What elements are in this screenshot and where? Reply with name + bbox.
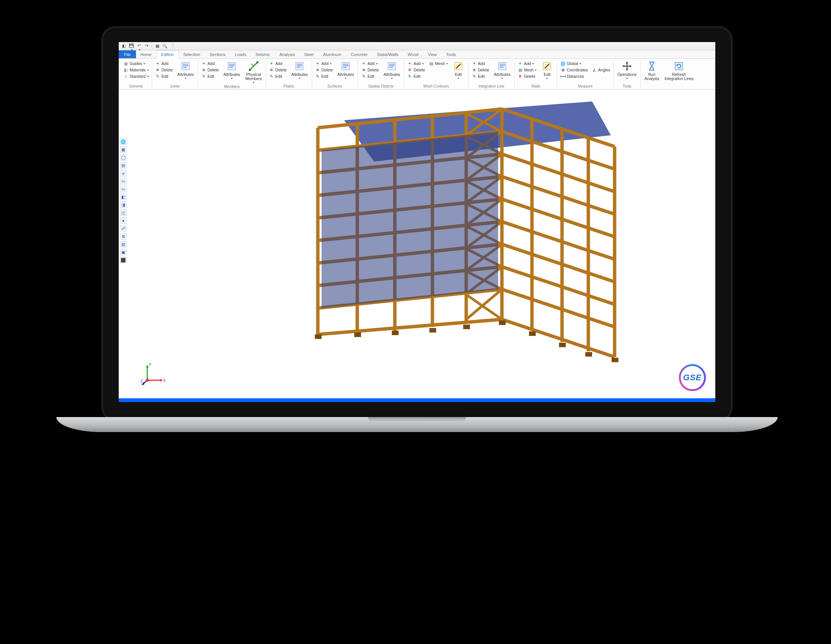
ribbon-edit-button[interactable]: ✎Edit xyxy=(470,73,490,79)
run-icon xyxy=(646,61,657,72)
svg-rect-7 xyxy=(229,67,233,68)
ribbon-mesh-button[interactable]: ▤Mesh xyxy=(516,67,538,73)
vtool-page-icon[interactable]: ▥ xyxy=(120,241,127,248)
ribbon-add-button[interactable]: ＋Add xyxy=(516,61,538,67)
tab-sections[interactable]: Sections xyxy=(205,50,230,58)
vertical-toolbar: 🌐▦◯▤⌀▭▭◧◨◫●☍≣▥▣⬛ xyxy=(119,138,127,263)
ribbon-button-label: Delete xyxy=(207,68,219,72)
ribbon-group-label: Surfaces xyxy=(314,84,357,89)
ribbon-delete-button[interactable]: ✕Delete xyxy=(267,67,288,73)
ribbon-add-button[interactable]: ＋Add xyxy=(360,61,380,67)
ribbon-attributes-button[interactable]: Attributes xyxy=(175,60,196,80)
ribbon-button-label: Refresh Integration Lines xyxy=(665,73,694,81)
axis-x-label: X xyxy=(163,378,165,383)
vtool-layers-icon[interactable]: ▤ xyxy=(120,162,127,169)
tab-seismic[interactable]: Seismic xyxy=(251,50,275,58)
ribbon-add-button[interactable]: ＋Add xyxy=(314,61,334,67)
vtool-ball-icon[interactable]: ● xyxy=(120,217,127,224)
vtool-link-icon[interactable]: ☍ xyxy=(120,225,127,232)
ribbon-edit-button[interactable]: ✎Edit xyxy=(154,73,174,79)
vtool-sel-icon[interactable]: ▣ xyxy=(120,249,127,255)
svg-rect-2 xyxy=(183,65,188,66)
tab-aluminum[interactable]: Aluminum xyxy=(318,50,346,58)
qat-undo-icon[interactable]: ↶ xyxy=(136,43,142,49)
ribbon-standard-button[interactable]: ≡Standard xyxy=(122,73,150,79)
tab-concrete[interactable]: Concrete xyxy=(346,50,373,58)
ribbon-add-button[interactable]: ＋Add xyxy=(154,61,174,67)
tab-file[interactable]: File xyxy=(119,50,136,58)
vtool-dim-icon[interactable]: ⌀ xyxy=(120,170,127,177)
vtool-mat2-icon[interactable]: ◨ xyxy=(120,201,127,208)
tab-analysis[interactable]: Analysis xyxy=(275,50,300,58)
vtool-circle-icon[interactable]: ◯ xyxy=(120,154,127,161)
ribbon-distances-button[interactable]: ⟷Distances xyxy=(559,73,589,79)
laptop-frame: ◧ 💾 ↶ ↷ ▦ 🔍 ❔ File HomeEditionSelectionS… xyxy=(102,26,732,421)
ribbon-edit-button[interactable]: Edit xyxy=(539,60,555,80)
ribbon-mesh-button[interactable]: ▤Mesh xyxy=(427,61,449,67)
ribbon-button-label: Add xyxy=(414,61,421,66)
tab-loads[interactable]: Loads xyxy=(230,50,251,58)
vtool-box-icon[interactable]: ▭ xyxy=(120,186,127,192)
ribbon-operations-button[interactable]: Operations xyxy=(615,60,638,80)
ribbon-edit-button[interactable]: Edit xyxy=(450,60,466,80)
ribbon-attributes-button[interactable]: Attributes xyxy=(335,60,356,80)
vtool-stop-icon[interactable]: ⬛ xyxy=(120,257,127,263)
ribbon-add-button[interactable]: ＋Add xyxy=(267,61,288,67)
tab-home[interactable]: Home xyxy=(136,50,156,58)
ribbon-delete-button[interactable]: ✕Delete xyxy=(406,67,427,73)
ribbon-coordinates-button[interactable]: ⊕Coordinates xyxy=(559,67,589,73)
ribbon-edit-button[interactable]: ✎Edit xyxy=(314,73,334,79)
ribbon-refresh-integration-lines-button[interactable]: Refresh Integration Lines xyxy=(662,60,696,81)
ribbon-add-button[interactable]: ＋Add xyxy=(199,61,220,67)
qat-help-icon[interactable]: ❔ xyxy=(169,43,175,49)
vtool-layers2-icon[interactable]: ≣ xyxy=(120,233,127,240)
vtool-mat-icon[interactable]: ◧ xyxy=(120,193,127,200)
ribbon-group-spatial-objects: ＋Add✕Delete✎EditAttributesSpatial Object… xyxy=(358,60,404,89)
vtool-cube-icon[interactable]: ◫ xyxy=(120,209,127,216)
tab-tools[interactable]: Tools xyxy=(442,50,461,58)
ribbon-delete-button[interactable]: ✕Delete xyxy=(470,67,490,73)
vtool-box-icon[interactable]: ▭ xyxy=(120,178,127,185)
tab-selection[interactable]: Selection xyxy=(179,50,205,58)
vtool-grid-icon[interactable]: ▦ xyxy=(120,146,127,153)
ribbon-add-button[interactable]: ＋Add xyxy=(470,61,490,67)
ribbon-add-button[interactable]: ＋Add xyxy=(406,61,427,67)
ribbon-angles-button[interactable]: ∠Angles xyxy=(590,67,611,73)
tab-slabs-walls[interactable]: Slabs/Walls xyxy=(372,50,403,58)
ribbon-attributes-button[interactable]: Attributes xyxy=(221,60,242,80)
ribbon-attributes-button[interactable]: Attributes xyxy=(381,60,402,80)
app-logo: GSE xyxy=(678,363,707,392)
svg-marker-106 xyxy=(160,379,162,382)
ribbon-guides-button[interactable]: ▦Guides xyxy=(122,61,150,67)
ribbon-edit-button[interactable]: ✎Edit xyxy=(360,73,380,79)
tab-view[interactable]: View xyxy=(423,50,442,58)
svg-rect-101 xyxy=(529,332,536,336)
tab-edition[interactable]: Edition xyxy=(156,50,179,59)
ribbon-materials-button[interactable]: ◧Materials xyxy=(122,67,150,73)
model-canvas[interactable]: 🌐▦◯▤⌀▭▭◧◨◫●☍≣▥▣⬛ xyxy=(119,89,715,402)
ribbon-run-analysis-button[interactable]: Run Analysis xyxy=(642,60,662,81)
qat-search-icon[interactable]: 🔍 xyxy=(162,43,168,49)
ribbon-delete-button[interactable]: ✕Delete xyxy=(360,67,380,73)
ribbon-edit-button[interactable]: ✎Edit xyxy=(267,73,288,79)
phys-icon xyxy=(248,61,259,72)
ribbon-blank-button xyxy=(590,61,611,67)
ribbon-delete-button[interactable]: ✕Delete xyxy=(154,67,174,73)
qat-grid-icon[interactable]: ▦ xyxy=(154,43,161,49)
ribbon-edit-button[interactable]: ✎Edit xyxy=(406,73,427,79)
ribbon-delete-button[interactable]: ✕Delete xyxy=(199,67,220,73)
ribbon-attributes-button[interactable]: Attributes xyxy=(491,60,513,80)
ribbon-attributes-button[interactable]: Attributes xyxy=(289,60,310,80)
ribbon-group-label: Plates xyxy=(267,84,310,89)
ribbon-global-button[interactable]: 🌐Global xyxy=(559,61,589,67)
qat-save-icon[interactable]: 💾 xyxy=(129,43,134,49)
vtool-globe-icon[interactable]: 🌐 xyxy=(120,138,127,145)
ribbon-delete-button[interactable]: ✕Delete xyxy=(314,67,334,73)
ribbon-edit-button[interactable]: ✎Edit xyxy=(199,73,220,79)
svg-point-10 xyxy=(256,61,258,64)
ribbon-physical-members-button[interactable]: Physical Members xyxy=(243,60,264,84)
tab-steel[interactable]: Steel xyxy=(300,50,318,58)
tab-wood[interactable]: Wood xyxy=(403,50,423,58)
ribbon-delete-button[interactable]: ✕Delete xyxy=(516,73,538,79)
qat-redo-icon[interactable]: ↷ xyxy=(143,43,150,49)
